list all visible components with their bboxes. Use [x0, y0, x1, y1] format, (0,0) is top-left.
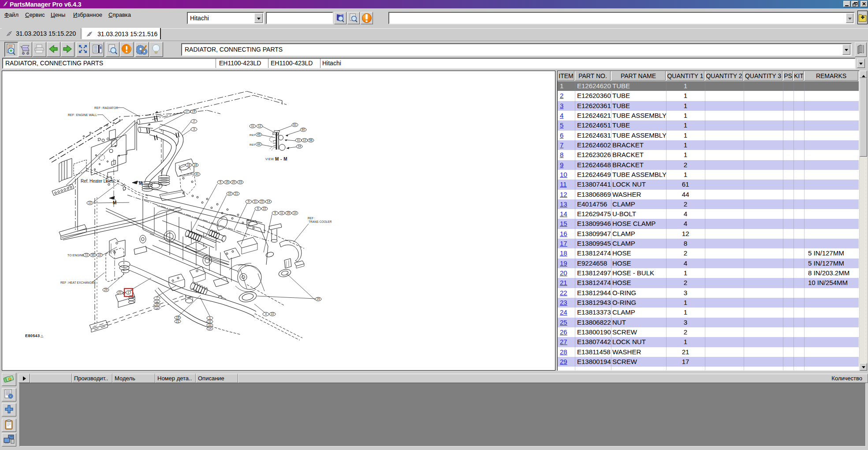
svg-text:61: 61 [293, 123, 297, 126]
svg-text:REF : HEAT EXCHANGER: REF : HEAT EXCHANGER [60, 281, 96, 284]
svg-text:9: 9 [248, 200, 250, 203]
svg-text:Ref. Heater Lines: Ref. Heater Lines [81, 179, 114, 184]
svg-text:58: 58 [309, 139, 313, 142]
svg-text:1: 1 [127, 291, 129, 294]
svg-text:9: 9 [209, 316, 211, 319]
svg-text:14: 14 [267, 200, 270, 203]
svg-text:15: 15 [225, 180, 229, 184]
svg-text:11: 11 [297, 139, 300, 142]
svg-text:16: 16 [187, 163, 190, 166]
svg-text:22: 22 [263, 207, 266, 210]
svg-text:20: 20 [156, 303, 159, 306]
svg-text:21: 21 [176, 320, 179, 323]
svg-text:11: 11 [254, 200, 257, 203]
svg-text:REF : ENGINE WALL: REF : ENGINE WALL [68, 113, 97, 116]
svg-text:E80543: E80543 [25, 334, 40, 338]
svg-text:55: 55 [91, 253, 95, 256]
svg-text:12: 12 [258, 124, 261, 128]
svg-text:23: 23 [238, 180, 242, 184]
svg-text:9: 9 [274, 211, 276, 214]
svg-text:VIEW: VIEW [265, 158, 274, 161]
svg-text:18: 18 [194, 163, 197, 166]
svg-text:14: 14 [293, 211, 297, 214]
svg-text:17: 17 [185, 110, 189, 113]
svg-text:29: 29 [104, 288, 108, 291]
svg-text:11: 11 [251, 124, 254, 128]
svg-text:TRANS COOLER: TRANS COOLER [309, 220, 332, 223]
svg-text:REF: REF [250, 134, 256, 136]
svg-text:2: 2 [193, 120, 195, 123]
svg-text:21: 21 [235, 192, 238, 195]
svg-text:44: 44 [257, 142, 261, 146]
svg-text:29: 29 [317, 297, 320, 300]
svg-text:20: 20 [232, 180, 235, 184]
svg-text:REF : RADIATOR: REF : RADIATOR [94, 106, 118, 109]
svg-text:TO ENGINE: TO ENGINE [67, 254, 85, 257]
svg-text:13: 13 [88, 201, 92, 204]
svg-text:REF :: REF : [308, 217, 315, 220]
svg-text:5: 5 [220, 180, 221, 184]
svg-text:60: 60 [302, 128, 305, 131]
svg-text:6: 6 [257, 207, 259, 210]
svg-text:3: 3 [193, 128, 195, 131]
svg-text:12: 12 [303, 139, 306, 142]
svg-text:11: 11 [156, 300, 159, 303]
svg-text:10: 10 [98, 253, 101, 256]
svg-text:41: 41 [195, 172, 199, 176]
svg-text:11: 11 [280, 211, 283, 214]
svg-text:4: 4 [265, 312, 267, 315]
svg-text:23: 23 [260, 200, 264, 203]
svg-text:72: 72 [85, 253, 88, 256]
svg-text:10: 10 [228, 192, 231, 195]
svg-text:25: 25 [287, 211, 290, 214]
svg-text:19: 19 [176, 316, 179, 319]
svg-text:11: 11 [209, 320, 212, 323]
svg-text:22: 22 [118, 291, 122, 294]
svg-text:20: 20 [209, 323, 212, 326]
svg-text:24: 24 [298, 145, 301, 148]
svg-text:19: 19 [192, 110, 195, 113]
svg-text:14: 14 [209, 327, 212, 330]
svg-text:7: 7 [156, 296, 158, 300]
svg-text:REF: REF [250, 143, 256, 146]
svg-text:22: 22 [271, 312, 274, 315]
svg-text:△: △ [41, 334, 44, 338]
svg-text:M - M: M - M [275, 157, 287, 161]
svg-text:45: 45 [257, 133, 261, 136]
svg-text:14: 14 [156, 307, 159, 310]
